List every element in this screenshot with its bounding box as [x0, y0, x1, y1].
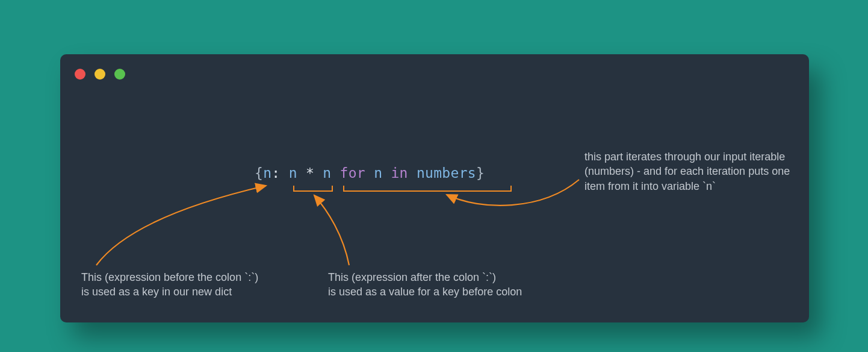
code-key-var: n — [263, 165, 271, 181]
code-colon: : — [271, 165, 280, 181]
code-value-var-left: n — [289, 165, 297, 181]
minimize-icon — [95, 69, 105, 80]
traffic-lights — [75, 69, 125, 80]
code-space — [280, 165, 288, 181]
underline-for-clause — [343, 186, 512, 192]
close-icon — [75, 69, 85, 80]
code-window: {n: n * n for n in numbers} This (expres… — [60, 54, 809, 322]
code-expression: {n: n * n for n in numbers} — [255, 165, 485, 181]
code-value-var-right: n — [323, 165, 331, 181]
brace-open: { — [255, 165, 263, 181]
underline-value-expr — [293, 186, 333, 192]
brace-close: } — [476, 165, 485, 181]
annotation-key: This (expression before the colon `:`) i… — [81, 270, 304, 300]
annotation-iterator: this part iterates through our input ite… — [584, 149, 798, 193]
code-star: * — [297, 165, 323, 181]
code-iterable: numbers — [417, 165, 476, 181]
code-in-kw: in — [382, 165, 417, 181]
code-loop-var: n — [374, 165, 382, 181]
zoom-icon — [114, 69, 125, 80]
annotation-value: This (expression after the colon `:`) is… — [328, 270, 581, 300]
code-for-kw: for — [331, 165, 374, 181]
